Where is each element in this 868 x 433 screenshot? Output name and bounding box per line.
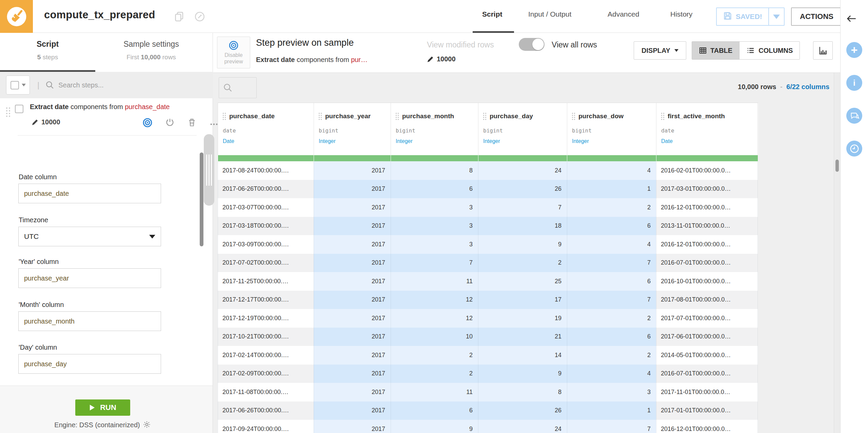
- charts-button[interactable]: [813, 41, 833, 60]
- cell-purchase_day[interactable]: 24: [478, 161, 567, 180]
- cell-purchase_day[interactable]: 19: [478, 309, 567, 328]
- cell-purchase_month[interactable]: 7: [391, 254, 478, 272]
- cell-purchase_day[interactable]: 2: [478, 254, 567, 272]
- cell-purchase_month[interactable]: 12: [391, 291, 478, 309]
- cell-purchase_dow[interactable]: 2: [567, 309, 656, 328]
- left-tab-script[interactable]: Script 5 steps: [0, 33, 95, 72]
- cell-purchase_month[interactable]: 10: [391, 328, 478, 346]
- save-button-group[interactable]: SAVED!: [716, 7, 785, 26]
- cell-purchase_dow[interactable]: 4: [567, 235, 656, 254]
- cell-purchase_date[interactable]: 2017-06-26T00:00:00.…: [218, 180, 314, 199]
- save-button[interactable]: SAVED!: [717, 8, 768, 25]
- cell-first_active_month[interactable]: 2017-11-01T00:00:00.0…: [656, 383, 758, 401]
- cell-purchase_month[interactable]: 11: [391, 272, 478, 291]
- cell-purchase_date[interactable]: 2017-12-17T00:00:00.…: [218, 291, 314, 309]
- disable-step-power-icon[interactable]: [165, 118, 175, 127]
- cell-purchase_month[interactable]: 2: [391, 346, 478, 365]
- table-scrollbar-thumb[interactable]: [835, 160, 839, 172]
- tab-history[interactable]: History: [670, 10, 692, 18]
- cell-purchase_year[interactable]: 2017: [314, 383, 391, 401]
- preview-eye-icon[interactable]: [142, 118, 153, 128]
- cell-purchase_date[interactable]: 2017-03-07T00:00:00.…: [218, 198, 314, 217]
- cell-purchase_day[interactable]: 9: [478, 235, 567, 254]
- cell-first_active_month[interactable]: 2016-02-01T00:00:00.0…: [656, 161, 758, 180]
- column-meaning[interactable]: Integer: [483, 138, 567, 144]
- search-steps-input[interactable]: [58, 81, 170, 89]
- cell-purchase_day[interactable]: 25: [478, 272, 567, 291]
- column-header-purchase_year[interactable]: purchase_yearbigintInteger: [314, 103, 391, 155]
- month-column-input[interactable]: [18, 311, 161, 331]
- cell-purchase_year[interactable]: 2017: [314, 254, 391, 272]
- cell-purchase_day[interactable]: 8: [478, 383, 567, 401]
- column-header-purchase_day[interactable]: purchase_daybigintInteger: [478, 103, 567, 155]
- cell-first_active_month[interactable]: 2017-03-01T00:00:00.0…: [656, 180, 758, 199]
- disable-preview-button[interactable]: Disable preview: [217, 37, 250, 68]
- cell-first_active_month[interactable]: 2013-11-01T00:00:00.0…: [656, 217, 758, 235]
- cell-purchase_year[interactable]: 2017: [314, 365, 391, 383]
- cell-first_active_month[interactable]: 2017-01-01T00:00:00.0…: [656, 401, 758, 420]
- cell-purchase_day[interactable]: 26: [478, 401, 567, 420]
- cell-purchase_year[interactable]: 2017: [314, 198, 391, 217]
- collapse-panel-arrow-icon[interactable]: [845, 13, 858, 26]
- step-checkbox[interactable]: [15, 105, 23, 113]
- discussions-button[interactable]: [846, 108, 862, 124]
- cell-purchase_month[interactable]: 3: [391, 217, 478, 235]
- cell-purchase_month[interactable]: 6: [391, 180, 478, 199]
- cell-purchase_dow[interactable]: 4: [567, 161, 656, 180]
- cell-first_active_month[interactable]: 2014-05-01T00:00:00.0…: [656, 346, 758, 365]
- cell-purchase_month[interactable]: 3: [391, 235, 478, 254]
- cell-first_active_month[interactable]: 2016-12-01T00:00:00.0…: [656, 235, 758, 254]
- year-column-input[interactable]: [18, 268, 161, 288]
- cell-first_active_month[interactable]: 2017-06-01T00:00:00.0…: [656, 328, 758, 346]
- cell-purchase_day[interactable]: 21: [478, 328, 567, 346]
- cell-first_active_month[interactable]: 2016-12-01T00:00:00.0…: [656, 198, 758, 217]
- cell-purchase_day[interactable]: 17: [478, 291, 567, 309]
- cell-purchase_month[interactable]: 6: [391, 401, 478, 420]
- drag-handle-icon[interactable]: [6, 107, 11, 117]
- panel-resize-handle[interactable]: [204, 134, 214, 206]
- cell-first_active_month[interactable]: 2017-08-01T00:00:00.0…: [656, 291, 758, 309]
- timezone-select[interactable]: UTC: [18, 227, 161, 246]
- left-panel-scrollbar[interactable]: [200, 152, 203, 246]
- run-button[interactable]: RUN: [75, 399, 130, 416]
- gear-icon[interactable]: [143, 420, 151, 429]
- cell-purchase_month[interactable]: 3: [391, 198, 478, 217]
- status-circle-icon[interactable]: [194, 11, 205, 24]
- cell-purchase_year[interactable]: 2017: [314, 328, 391, 346]
- date-column-input[interactable]: [18, 184, 161, 203]
- cell-purchase_year[interactable]: 2017: [314, 291, 391, 309]
- cell-first_active_month[interactable]: 2016-10-01T00:00:00.0…: [656, 272, 758, 291]
- timeline-button[interactable]: [846, 141, 862, 157]
- cell-purchase_date[interactable]: 2017-09-24T00:00:00.…: [218, 420, 314, 433]
- tab-input-output[interactable]: Input / Output: [528, 10, 571, 18]
- cell-purchase_date[interactable]: 2017-12-19T00:00:00.…: [218, 309, 314, 328]
- cell-purchase_date[interactable]: 2017-10-21T00:00:00.…: [218, 328, 314, 346]
- cell-purchase_year[interactable]: 2017: [314, 161, 391, 180]
- cell-first_active_month[interactable]: 2016-07-01T00:00:00.0…: [656, 365, 758, 383]
- info-button[interactable]: i: [846, 75, 862, 91]
- cell-purchase_month[interactable]: 2: [391, 365, 478, 383]
- cell-purchase_month[interactable]: 8: [391, 161, 478, 180]
- column-header-purchase_date[interactable]: purchase_datedateDate: [218, 103, 314, 155]
- cell-purchase_dow[interactable]: 7: [567, 420, 656, 433]
- tab-script[interactable]: Script: [482, 10, 502, 18]
- cell-purchase_date[interactable]: 2017-02-09T00:00:00.…: [218, 365, 314, 383]
- cell-purchase_year[interactable]: 2017: [314, 217, 391, 235]
- left-tab-sample-settings[interactable]: Sample settings First 10,000 rows: [95, 33, 207, 72]
- column-meaning[interactable]: Date: [223, 138, 314, 144]
- cell-purchase_month[interactable]: 12: [391, 309, 478, 328]
- column-meaning[interactable]: Date: [661, 138, 757, 144]
- column-meaning[interactable]: Integer: [319, 138, 391, 144]
- select-all-checkbox[interactable]: [11, 81, 19, 89]
- tab-advanced[interactable]: Advanced: [608, 10, 639, 18]
- cell-purchase_day[interactable]: 26: [478, 180, 567, 199]
- cell-purchase_dow[interactable]: 6: [567, 217, 656, 235]
- cell-purchase_date[interactable]: 2017-06-26T00:00:00.…: [218, 401, 314, 420]
- cell-purchase_year[interactable]: 2017: [314, 346, 391, 365]
- column-count-link[interactable]: 6/22 columns: [786, 83, 829, 90]
- cell-purchase_dow[interactable]: 6: [567, 272, 656, 291]
- table-view-button[interactable]: TABLE: [692, 42, 739, 59]
- cell-purchase_dow[interactable]: 3: [567, 383, 656, 401]
- cell-purchase_year[interactable]: 2017: [314, 309, 391, 328]
- copy-icon[interactable]: [174, 11, 185, 24]
